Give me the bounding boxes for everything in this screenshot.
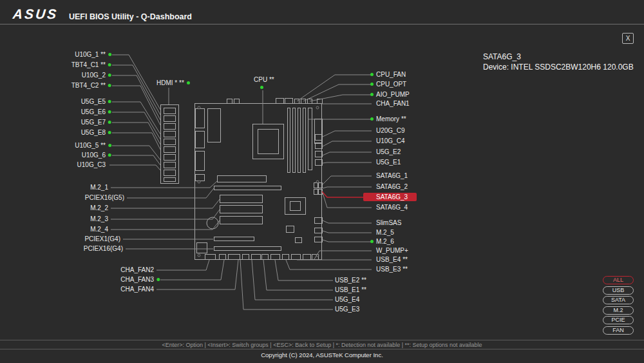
port-label-text: U10G_2	[82, 72, 106, 79]
port-label-u5g-e5[interactable]: U5G_E5	[81, 97, 106, 106]
port-label-text: CPU_OPT	[376, 81, 406, 88]
port-label-tbt4-c2[interactable]: TBT4_C2 **	[71, 81, 106, 90]
port-label-u5g-e8[interactable]: U5G_E8	[81, 128, 106, 137]
port-label-text: SATA6G_1	[376, 172, 408, 179]
port-label-aio-pump[interactable]: AIO_PUMP	[376, 90, 410, 99]
port-label-tbt4-c1[interactable]: TBT4_C1 **	[71, 61, 106, 69]
port-label-pciex16-g4[interactable]: PCIEX16(G4)	[84, 244, 123, 253]
port-label-text: U10G_1 **	[75, 51, 106, 58]
port-label-m-2-5[interactable]: M.2_5	[376, 228, 394, 237]
status-dot	[108, 63, 111, 66]
port-label-text: SATA6G_2	[376, 183, 408, 190]
port-label-cpu-opt[interactable]: CPU_OPT	[376, 80, 406, 88]
port-label-m-2-2[interactable]: M.2_2	[90, 204, 108, 212]
port-label-text: U10G_C3	[77, 161, 106, 168]
port-label-hdmi[interactable]: HDMI * **	[156, 79, 184, 87]
port-label-m-2-6[interactable]: M.2_6	[376, 237, 394, 246]
port-label-text: U5G_E8	[81, 129, 106, 136]
port-label-slimsas[interactable]: SlimSAS	[376, 219, 401, 227]
port-label-memory[interactable]: Memory **	[376, 115, 406, 123]
port-label-layer: U10G_1 **TBT4_C1 **U10G_2TBT4_C2 **U5G_E…	[0, 0, 644, 363]
port-label-w-pump[interactable]: W_PUMP+	[376, 246, 408, 255]
port-label-u5g-e6[interactable]: U5G_E6	[81, 108, 106, 116]
status-dot	[370, 83, 374, 86]
port-label-usb-e2[interactable]: USB_E2 **	[335, 276, 366, 284]
port-label-text: U5G_E5	[81, 98, 106, 105]
port-label-text: CHA_FAN2	[120, 266, 154, 273]
status-dot	[108, 53, 111, 56]
port-label-u5g-e3[interactable]: U5G_E3	[335, 305, 359, 313]
port-label-text: USB_E3 **	[376, 266, 408, 273]
port-label-text: Memory **	[376, 115, 406, 123]
port-label-text: M.2_3	[90, 215, 108, 222]
port-label-text: PCIEX16(G5)	[85, 194, 124, 201]
port-label-text: U20G_C9	[376, 127, 404, 134]
port-label-sata6g-3[interactable]: SATA6G_3	[363, 193, 417, 201]
port-label-pciex16-g5[interactable]: PCIEX16(G5)	[85, 193, 124, 202]
status-dot	[156, 278, 160, 281]
port-label-text: CHA_FAN4	[120, 286, 154, 293]
filter-button-usb[interactable]: USB	[603, 286, 634, 295]
footer-legend: <Enter>: Option | <Insert>: Switch group…	[0, 342, 644, 348]
port-label-cha-fan4[interactable]: CHA_FAN4	[120, 285, 154, 293]
port-label-m-2-3[interactable]: M.2_3	[90, 215, 108, 223]
filter-button-fan[interactable]: FAN	[603, 326, 634, 335]
port-label-u5g-e4[interactable]: U5G_E4	[335, 295, 359, 304]
port-label-m-2-1[interactable]: M.2_1	[90, 183, 108, 191]
port-label-usb-e1[interactable]: USB_E1 **	[335, 286, 366, 294]
status-dot	[108, 110, 111, 113]
port-label-u10g-5[interactable]: U10G_5 **	[75, 141, 106, 150]
port-label-cpu[interactable]: CPU **	[254, 75, 274, 84]
port-label-sata6g-4[interactable]: SATA6G_4	[376, 203, 408, 211]
port-label-text: USB_E1 **	[335, 286, 366, 293]
port-label-pciex1-g4[interactable]: PCIEX1(G4)	[84, 235, 120, 243]
port-label-u10g-2[interactable]: U10G_2	[82, 71, 106, 79]
port-label-text: U10G_5 **	[75, 142, 106, 149]
port-label-text: U5G_E2	[376, 148, 401, 155]
port-label-text: USB_E4 **	[376, 256, 408, 263]
port-label-text: W_PUMP+	[376, 247, 408, 254]
port-label-u10g-c3[interactable]: U10G_C3	[77, 161, 106, 169]
filter-button-pcie[interactable]: PCIE	[603, 316, 634, 324]
port-label-text: U5G_E1	[376, 159, 401, 166]
port-label-sata6g-1[interactable]: SATA6G_1	[376, 172, 408, 180]
status-dot	[370, 93, 374, 96]
status-dot	[108, 100, 111, 103]
port-label-usb-e4[interactable]: USB_E4 **	[376, 255, 408, 264]
port-label-u5g-e7[interactable]: U5G_E7	[81, 118, 106, 126]
filter-button-sata[interactable]: SATA	[603, 296, 634, 304]
port-label-usb-e3[interactable]: USB_E3 **	[376, 265, 408, 273]
port-label-text: CHA_FAN3	[120, 276, 154, 283]
port-label-text: U10G_6	[82, 152, 106, 159]
status-dot	[108, 153, 111, 157]
status-dot	[370, 117, 374, 121]
port-label-text: SATA6G_3	[376, 193, 408, 201]
port-label-text: M.2_4	[90, 226, 108, 233]
filter-button-all[interactable]: ALL	[603, 276, 634, 284]
port-label-cha-fan1[interactable]: CHA_FAN1	[376, 99, 410, 108]
port-label-text: M.2_2	[90, 204, 108, 211]
port-label-text: U5G_E4	[335, 296, 359, 303]
port-label-text: M.2_6	[376, 238, 394, 245]
port-label-u10g-c4[interactable]: U10G_C4	[376, 137, 404, 145]
port-label-cha-fan3[interactable]: CHA_FAN3	[120, 275, 154, 284]
port-label-text: PCIEX16(G4)	[84, 245, 123, 252]
port-label-text: SATA6G_4	[376, 204, 408, 211]
port-label-m-2-4[interactable]: M.2_4	[90, 225, 108, 233]
port-label-u20g-c9[interactable]: U20G_C9	[376, 126, 404, 135]
status-dot	[108, 121, 111, 124]
port-label-text: SlimSAS	[376, 219, 401, 226]
status-dot	[108, 84, 111, 87]
port-label-u5g-e1[interactable]: U5G_E1	[376, 158, 401, 166]
port-label-text: U5G_E6	[81, 108, 106, 115]
port-label-u10g-1[interactable]: U10G_1 **	[75, 50, 106, 59]
port-label-sata6g-2[interactable]: SATA6G_2	[376, 182, 408, 191]
status-dot	[260, 86, 263, 89]
port-label-u5g-e2[interactable]: U5G_E2	[376, 148, 401, 156]
status-dot	[370, 240, 374, 243]
port-label-cpu-fan[interactable]: CPU_FAN	[376, 70, 406, 79]
port-label-text: CPU **	[254, 76, 274, 83]
filter-button-m-2[interactable]: M.2	[603, 306, 634, 315]
port-label-cha-fan2[interactable]: CHA_FAN2	[120, 266, 154, 274]
port-label-u10g-6[interactable]: U10G_6	[82, 151, 106, 159]
